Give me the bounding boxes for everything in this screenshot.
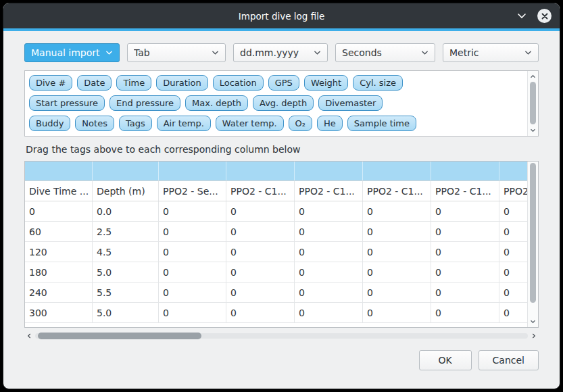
table-cell: 5.0 bbox=[93, 262, 159, 282]
dialog-buttons: OK Cancel bbox=[24, 350, 539, 370]
table-cell: 0 bbox=[295, 242, 363, 262]
tag-sample-depth[interactable]: Sample depth bbox=[29, 136, 104, 137]
table-scrollbar-horizontal[interactable] bbox=[24, 331, 539, 341]
scroll-up-icon[interactable] bbox=[528, 72, 538, 81]
table-cell: 0 bbox=[499, 283, 527, 302]
column-header[interactable]: PPO2 - C1... bbox=[226, 181, 295, 201]
table-cell: 240 bbox=[25, 283, 93, 302]
table-cell: 120 bbox=[25, 242, 93, 262]
tag-time[interactable]: Time bbox=[116, 75, 151, 91]
column-header[interactable]: PPO2 - C1... bbox=[363, 181, 431, 201]
tag-tags[interactable]: Tags bbox=[119, 116, 152, 131]
table-row: 1204.5000000 bbox=[25, 242, 527, 262]
tag-sample-po[interactable]: Sample pO₂ bbox=[189, 136, 254, 137]
tag-cyl-size[interactable]: Cyl. size bbox=[353, 75, 403, 91]
import-options-row: Manual import Tab dd.mm.yyyy Seconds bbox=[24, 43, 539, 62]
table-cell: 0 bbox=[159, 242, 226, 262]
tag-max-depth[interactable]: Max. depth bbox=[185, 95, 248, 111]
window-controls bbox=[517, 3, 552, 28]
column-drop-target[interactable] bbox=[363, 162, 431, 180]
table-cell: 0 bbox=[363, 262, 431, 282]
import-mode-select[interactable]: Manual import bbox=[24, 43, 120, 62]
table-cell: 0 bbox=[431, 201, 499, 221]
tag-sample-cns[interactable]: Sample CNS bbox=[258, 136, 326, 137]
table-cell: 0 bbox=[363, 242, 431, 262]
column-header[interactable]: PPO2 - Se... bbox=[159, 181, 226, 201]
table-cell: 0 bbox=[226, 283, 295, 302]
column-drop-target[interactable] bbox=[226, 162, 295, 180]
scroll-down-icon[interactable] bbox=[528, 317, 538, 326]
cancel-button[interactable]: Cancel bbox=[479, 350, 539, 370]
titlebar[interactable]: Import dive log file bbox=[3, 3, 560, 28]
window-title: Import dive log file bbox=[239, 11, 324, 22]
tag-end-pressure[interactable]: End pressure bbox=[109, 95, 180, 111]
import-mode-value: Manual import bbox=[31, 47, 100, 58]
tag-date[interactable]: Date bbox=[77, 75, 112, 91]
table-cell: 0 bbox=[226, 303, 295, 322]
units-select[interactable]: Metric bbox=[443, 43, 539, 62]
column-drop-target[interactable] bbox=[499, 162, 527, 180]
scroll-right-icon[interactable] bbox=[529, 331, 539, 341]
date-format-select[interactable]: dd.mm.yyyy bbox=[233, 43, 328, 62]
chevron-down-icon bbox=[520, 50, 532, 55]
table-cell: 0 bbox=[499, 262, 527, 282]
tag-weight[interactable]: Weight bbox=[304, 75, 348, 91]
column-header[interactable]: PPO2 bbox=[499, 181, 527, 201]
table-cell: 0 bbox=[295, 262, 363, 282]
column-header[interactable]: PPO2 - C1... bbox=[295, 181, 363, 201]
scroll-down-icon[interactable] bbox=[528, 126, 538, 135]
tag-duration[interactable]: Duration bbox=[156, 75, 207, 91]
table-cell: 0 bbox=[226, 242, 295, 262]
table-cell: 0 bbox=[431, 262, 499, 282]
tag-notes[interactable]: Notes bbox=[75, 116, 114, 131]
tag-water-temp[interactable]: Water temp. bbox=[216, 116, 284, 131]
table-cell: 0 bbox=[363, 222, 431, 241]
window-shade-chevron-icon[interactable] bbox=[517, 13, 527, 19]
column-drop-target[interactable] bbox=[93, 162, 159, 180]
table-cell: 300 bbox=[25, 303, 93, 322]
column-header[interactable]: Depth (m) bbox=[93, 181, 159, 201]
column-header[interactable]: Dive Time ... bbox=[25, 181, 93, 201]
table-cell: 0 bbox=[431, 242, 499, 262]
tag-start-pressure[interactable]: Start pressure bbox=[29, 95, 105, 111]
table-cell: 0 bbox=[431, 283, 499, 302]
tag-avg-depth[interactable]: Avg. depth bbox=[253, 95, 314, 111]
table-cell: 0 bbox=[499, 222, 527, 241]
ok-button[interactable]: OK bbox=[419, 350, 472, 370]
scrollbar-thumb[interactable] bbox=[530, 163, 536, 303]
scroll-left-icon[interactable] bbox=[24, 331, 34, 341]
scrollbar-thumb[interactable] bbox=[530, 82, 536, 124]
tag-he[interactable]: He bbox=[317, 116, 343, 131]
column-drop-target[interactable] bbox=[159, 162, 226, 180]
tags-pool-panel: Dive #DateTimeDurationLocationGPSWeightC… bbox=[24, 70, 539, 137]
table-cell: 0 bbox=[431, 303, 499, 322]
field-separator-select[interactable]: Tab bbox=[127, 43, 226, 62]
column-drop-target[interactable] bbox=[295, 162, 363, 180]
duration-format-select[interactable]: Seconds bbox=[335, 43, 435, 62]
table-cell: 0 bbox=[295, 201, 363, 221]
instruction-label: Drag the tags above to each correspondin… bbox=[26, 144, 537, 155]
table-cell: 0 bbox=[25, 201, 93, 221]
dialog-content: Manual import Tab dd.mm.yyyy Seconds bbox=[3, 31, 560, 370]
tag-row: BuddyNotesTagsAir temp.Water temp.O₂HeSa… bbox=[29, 116, 523, 131]
column-drop-row bbox=[25, 162, 527, 181]
tags-scrollbar-vertical[interactable] bbox=[527, 71, 538, 136]
column-header[interactable]: PPO2 - C1... bbox=[431, 181, 499, 201]
tag-gps[interactable]: GPS bbox=[268, 75, 299, 91]
tag-dive[interactable]: Dive # bbox=[29, 75, 72, 91]
column-drop-target[interactable] bbox=[431, 162, 499, 180]
table-header-row: Dive Time ...Depth (m)PPO2 - Se...PPO2 -… bbox=[25, 181, 527, 201]
tag-sample-time[interactable]: Sample time bbox=[347, 116, 416, 131]
tag-o[interactable]: O₂ bbox=[289, 116, 312, 131]
tag-air-temp[interactable]: Air temp. bbox=[157, 116, 211, 131]
table-row: 2405.5000000 bbox=[25, 283, 527, 303]
table-scrollbar-vertical[interactable] bbox=[527, 162, 538, 327]
close-icon[interactable] bbox=[537, 9, 552, 23]
tag-divemaster[interactable]: Divemaster bbox=[318, 95, 383, 111]
table-cell: 0 bbox=[226, 201, 295, 221]
tag-buddy[interactable]: Buddy bbox=[29, 116, 70, 131]
scrollbar-thumb[interactable] bbox=[38, 333, 201, 339]
tag-location[interactable]: Location bbox=[213, 75, 264, 91]
tag-sample-temp[interactable]: Sample temp. bbox=[109, 136, 184, 137]
column-drop-target[interactable] bbox=[25, 162, 93, 180]
